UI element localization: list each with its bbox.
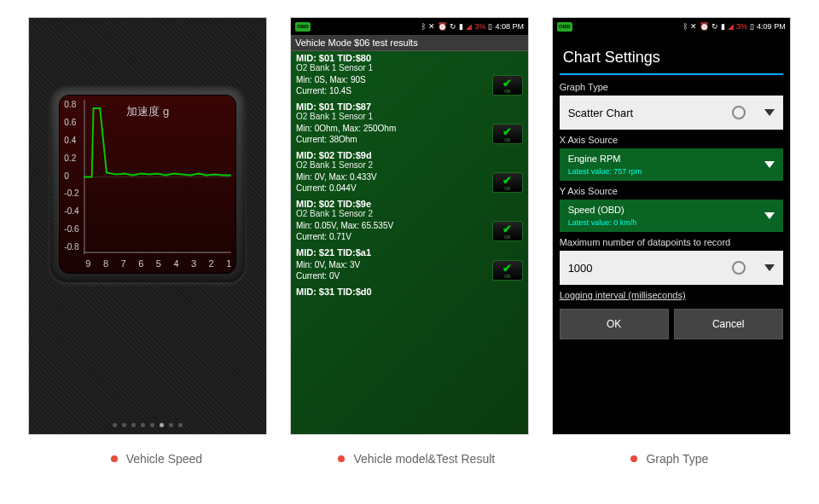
gauge-chart: 加速度 g 0.8 0.6 0.4 0.2 0 -0.2 -0.4 -0.6 -… <box>59 95 236 274</box>
test-current: Current: 0.71V <box>296 231 393 242</box>
x-tick: 4 <box>173 258 178 269</box>
max-datapoints-selector[interactable]: 1000 <box>560 251 783 285</box>
settings-dialog: Chart Settings Graph Type Scatter Chart … <box>553 35 790 346</box>
dot-icon[interactable] <box>141 423 145 427</box>
test-sensor-name: O2 Bank 1 Sensor 2 <box>296 209 523 218</box>
x-axis-latest: Latest value: 757 rpm <box>568 167 642 176</box>
x-tick: 2 <box>209 258 214 269</box>
x-tick: 5 <box>156 258 161 269</box>
screen-header: Vehicle Mode $06 test results <box>291 35 528 51</box>
battery-text: 3% <box>474 22 485 31</box>
y-tick: -0.6 <box>64 224 78 234</box>
mute-icon: ✕ <box>690 22 697 31</box>
phone-chart-settings: OBD ᛒ ✕ ⏰ ↻ ▮ ◢ 3% ▯ 4:09 PM Chart Setti… <box>552 17 791 435</box>
status-right: ᛒ ✕ ⏰ ↻ ▮ ◢ 3% ▯ 4:08 PM <box>421 22 524 31</box>
test-minmax: Min: 0S, Max: 90S <box>296 74 366 85</box>
gauge-frame: 加速度 g 0.8 0.6 0.4 0.2 0 -0.2 -0.4 -0.6 -… <box>50 86 245 282</box>
ok-check-button[interactable]: OK <box>492 172 523 193</box>
radio-icon <box>732 106 746 119</box>
bluetooth-icon: ᛒ <box>421 22 426 31</box>
status-right: ᛒ ✕ ⏰ ↻ ▮ ◢ 3% ▯ 4:09 PM <box>683 22 786 31</box>
ok-check-button[interactable]: OK <box>492 124 523 144</box>
dot-icon[interactable] <box>150 423 154 427</box>
clock-text: 4:09 PM <box>757 22 786 31</box>
bullet-icon <box>338 455 345 462</box>
status-left: OBD <box>295 22 311 32</box>
x-tick: 7 <box>121 258 126 269</box>
test-row[interactable]: MID: $21 TID:$a1 Min: 0V, Max: 3V Curren… <box>296 247 523 281</box>
y-tick: 0.2 <box>64 154 78 163</box>
dot-icon[interactable] <box>160 423 164 427</box>
test-sensor-name: O2 Bank 1 Sensor 1 <box>296 112 523 121</box>
dialog-title: Chart Settings <box>560 42 783 75</box>
chart-title: 加速度 g <box>126 104 169 119</box>
x-axis-selector[interactable]: Engine RPM Latest value: 757 rpm <box>560 148 783 181</box>
y-axis-labels: 0.8 0.6 0.4 0.2 0 -0.2 -0.4 -0.6 -0.8 <box>64 100 78 252</box>
caption-text: Vehicle Speed <box>126 452 203 466</box>
y-tick: -0.8 <box>64 242 78 252</box>
data-icon: ▮ <box>721 22 725 31</box>
chevron-down-icon <box>764 109 775 116</box>
chevron-down-icon <box>764 212 775 219</box>
x-tick: 8 <box>103 258 108 269</box>
y-tick: -0.2 <box>64 188 78 198</box>
test-minmax: Min: 0V, Max: 3V <box>296 259 360 270</box>
caption-text: Graph Type <box>646 452 708 466</box>
test-list[interactable]: MID: $01 TID:$80 O2 Bank 1 Sensor 1 Min:… <box>291 51 528 435</box>
obd-icon: OBD <box>295 22 311 32</box>
max-datapoints-label: Maximum number of datapoints to record <box>560 237 783 247</box>
dialog-button-row: OK Cancel <box>560 309 783 339</box>
data-icon: ▮ <box>459 22 463 31</box>
test-row[interactable]: MID: $31 TID:$d0 <box>296 287 523 297</box>
test-mid-label: MID: $02 TID:$9d <box>296 150 523 160</box>
caption-item: Graph Type <box>630 452 708 466</box>
interval-label: Logging interval (milliseconds) <box>560 290 783 300</box>
cancel-button[interactable]: Cancel <box>674 309 783 339</box>
test-row[interactable]: MID: $01 TID:$80 O2 Bank 1 Sensor 1 Min:… <box>296 53 523 96</box>
y-axis-selector[interactable]: Speed (OBD) Latest value: 0 km/h <box>560 200 783 232</box>
dot-icon[interactable] <box>178 423 183 427</box>
battery-icon: ▯ <box>750 22 754 31</box>
test-row[interactable]: MID: $02 TID:$9d O2 Bank 1 Sensor 2 Min:… <box>296 150 523 194</box>
test-row[interactable]: MID: $01 TID:$87 O2 Bank 1 Sensor 1 Min:… <box>296 101 523 145</box>
y-tick: -0.4 <box>64 206 78 216</box>
test-current: Current: 38Ohm <box>296 134 396 145</box>
status-left: OBD <box>557 22 572 32</box>
y-tick: 0.6 <box>64 118 78 127</box>
x-axis-labels: 9 8 7 6 5 4 3 2 1 <box>85 258 231 269</box>
alarm-icon: ⏰ <box>700 22 709 31</box>
dot-icon[interactable] <box>113 423 117 427</box>
ok-check-button[interactable]: OK <box>492 75 523 96</box>
signal-icon: ◢ <box>728 22 734 31</box>
dot-icon[interactable] <box>169 423 173 427</box>
chevron-down-icon <box>764 264 775 271</box>
test-sensor-name: O2 Bank 1 Sensor 1 <box>296 63 523 72</box>
x-axis-value: Engine RPM <box>568 154 642 164</box>
clock-text: 4:08 PM <box>495 22 524 31</box>
y-axis-value: Speed (OBD) <box>568 205 637 215</box>
phone-vehicle-speed: 加速度 g 0.8 0.6 0.4 0.2 0 -0.2 -0.4 -0.6 -… <box>28 17 267 435</box>
bullet-icon <box>111 455 118 462</box>
sync-icon: ↻ <box>450 22 456 31</box>
battery-text: 3% <box>736 22 747 31</box>
test-minmax: Min: 0V, Max: 0.433V <box>296 171 377 182</box>
test-minmax: Min: 0Ohm, Max: 250Ohm <box>296 123 396 134</box>
graph-type-selector[interactable]: Scatter Chart <box>560 96 783 130</box>
x-tick: 3 <box>191 258 196 269</box>
chevron-down-icon <box>764 161 775 168</box>
test-row[interactable]: MID: $02 TID:$9e O2 Bank 1 Sensor 2 Min:… <box>296 199 523 242</box>
test-mid-label: MID: $21 TID:$a1 <box>296 247 523 258</box>
caption-item: Vehicle model&Test Result <box>338 452 495 466</box>
ok-check-button[interactable]: OK <box>492 221 523 241</box>
phone-test-results: OBD ᛒ ✕ ⏰ ↻ ▮ ◢ 3% ▯ 4:08 PM Vehicle Mod… <box>290 17 529 435</box>
dot-icon[interactable] <box>122 423 126 427</box>
x-tick: 6 <box>138 258 143 269</box>
alarm-icon: ⏰ <box>438 22 447 31</box>
y-tick: 0.4 <box>64 136 78 145</box>
pagination-dots[interactable] <box>113 423 183 427</box>
ok-button[interactable]: OK <box>560 309 669 339</box>
graph-type-value: Scatter Chart <box>568 107 634 119</box>
ok-check-button[interactable]: OK <box>492 260 523 281</box>
dot-icon[interactable] <box>131 423 136 427</box>
x-axis-label: X Axis Source <box>560 135 783 145</box>
